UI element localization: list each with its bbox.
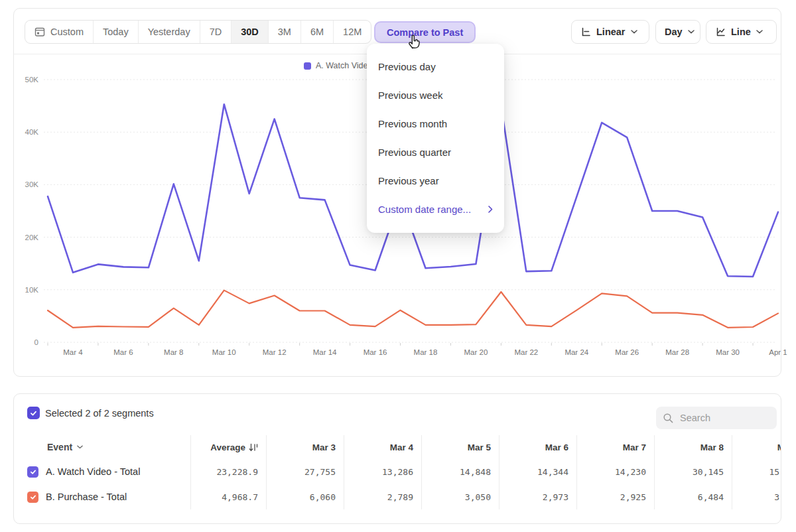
legend-item-watch-video[interactable]: A. Watch Video — [304, 61, 372, 70]
compare-to-past-menu: Previous day Previous week Previous mont… — [367, 44, 504, 233]
preset-3m[interactable]: 3M — [268, 21, 300, 43]
check-icon — [30, 410, 37, 417]
interval-dropdown-button[interactable]: Day — [655, 20, 700, 44]
row-checkbox[interactable] — [27, 466, 38, 478]
value-cell: 6,060 — [266, 484, 344, 509]
menu-item-custom-date-range[interactable]: Custom date range... — [367, 195, 504, 224]
value-cell: 3, — [732, 484, 781, 509]
value-cell: 2,925 — [576, 484, 654, 509]
menu-item-previous-month[interactable]: Previous month — [367, 109, 504, 138]
preset-yesterday[interactable]: Yesterday — [138, 21, 200, 43]
search-box — [656, 407, 777, 429]
scale-dropdown-button[interactable]: Linear — [571, 20, 649, 44]
select-all-checkbox[interactable] — [27, 407, 40, 419]
row-checkbox[interactable] — [27, 492, 38, 503]
column-header-date[interactable]: Mar 4 — [344, 435, 421, 459]
table-header-row: Event Average Mar 3Mar 4Mar 5Mar 6Mar 7M… — [14, 435, 781, 459]
column-header-date[interactable]: Mar 7 — [576, 435, 654, 459]
value-cell: 6,484 — [654, 484, 732, 509]
chevron-down-icon — [756, 30, 763, 34]
event-cell: A. Watch Video - Total — [14, 459, 190, 484]
preset-7d[interactable]: 7D — [200, 21, 232, 43]
value-cell: 14,344 — [499, 459, 576, 484]
check-icon — [30, 494, 36, 500]
menu-item-previous-quarter[interactable]: Previous quarter — [367, 138, 504, 166]
preset-12m[interactable]: 12M — [333, 21, 371, 43]
value-cell: 27,755 — [266, 459, 344, 484]
value-cell: 14,848 — [421, 459, 499, 484]
value-cell: 15, — [732, 459, 781, 484]
chevron-down-icon — [77, 445, 83, 449]
value-cell: 14,230 — [576, 459, 654, 484]
menu-item-previous-year[interactable]: Previous year — [367, 166, 504, 195]
preset-today[interactable]: Today — [93, 21, 138, 43]
preset-6m[interactable]: 6M — [300, 21, 333, 43]
value-cell: 30,145 — [654, 459, 732, 484]
preset-custom[interactable]: Custom — [25, 21, 93, 43]
calendar-icon — [34, 27, 45, 37]
chevron-right-icon — [488, 206, 493, 213]
sort-descending-icon — [249, 442, 258, 452]
event-cell: B. Purchase - Total — [14, 484, 190, 509]
column-header-date[interactable]: M — [732, 435, 781, 459]
chart-type-dropdown-button[interactable]: Line — [706, 20, 777, 44]
value-cell: 2,973 — [499, 484, 576, 509]
chevron-down-icon — [631, 30, 637, 34]
selected-segments-label: Selected 2 of 2 segments — [45, 408, 154, 419]
check-icon — [30, 469, 36, 475]
column-header-date[interactable]: Mar 6 — [499, 435, 576, 459]
value-cell: 3,050 — [421, 484, 499, 509]
column-header-date[interactable]: Mar 8 — [654, 435, 732, 459]
average-cell: 4,968.7 — [190, 484, 266, 509]
value-cell: 2,789 — [344, 484, 421, 509]
preset-30d-active[interactable]: 30D — [231, 21, 268, 43]
search-input[interactable] — [680, 413, 766, 423]
preset-label: Custom — [50, 27, 84, 37]
segments-table: Event Average Mar 3Mar 4Mar 5Mar 6Mar 7M… — [14, 435, 781, 509]
line-chart-icon — [715, 27, 726, 37]
column-header-average[interactable]: Average — [190, 435, 266, 459]
event-label: B. Purchase - Total — [46, 492, 127, 502]
date-range-segmented-control: Custom Today Yesterday 7D 30D 3M 6M 12M — [25, 20, 371, 44]
average-cell: 23,228.9 — [190, 459, 266, 484]
search-icon — [663, 413, 674, 424]
axis-scale-icon — [580, 27, 591, 37]
series-a-swatch — [304, 62, 311, 70]
menu-item-previous-day[interactable]: Previous day — [367, 52, 504, 81]
value-cell: 13,286 — [344, 459, 421, 484]
column-header-event[interactable]: Event — [14, 435, 190, 459]
menu-item-previous-week[interactable]: Previous week — [367, 81, 504, 109]
event-label: A. Watch Video - Total — [46, 466, 140, 477]
segments-panel: Selected 2 of 2 segments Event Average — [13, 393, 781, 524]
table-row-watch-video[interactable]: A. Watch Video - Total 23,228.9 27,75513… — [14, 459, 781, 484]
analytics-dashboard: Custom Today Yesterday 7D 30D 3M 6M 12M … — [0, 0, 796, 532]
compare-to-past-button[interactable]: Compare to Past — [374, 21, 476, 43]
column-header-date[interactable]: Mar 3 — [266, 435, 344, 459]
chevron-down-icon — [688, 30, 695, 34]
table-row-purchase[interactable]: B. Purchase - Total 4,968.7 6,0602,7893,… — [14, 484, 781, 509]
column-header-date[interactable]: Mar 5 — [421, 435, 499, 459]
